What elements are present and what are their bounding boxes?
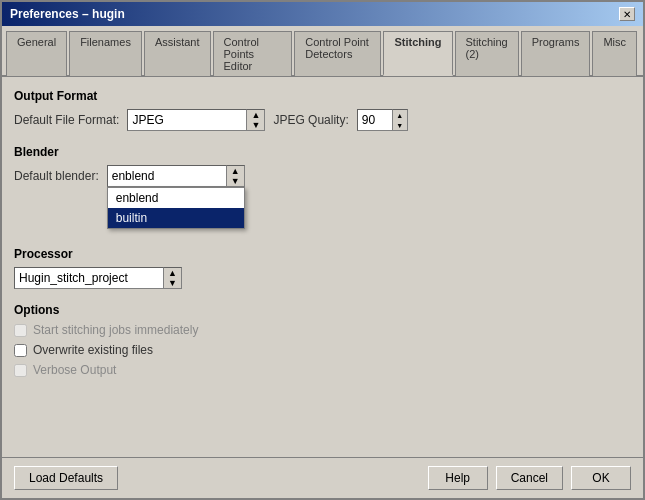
blender-option-builtin[interactable]: builtin — [108, 208, 244, 228]
tab-stitching[interactable]: Stitching — [383, 31, 452, 76]
processor-label: Processor — [14, 247, 631, 261]
tab-general[interactable]: General — [6, 31, 67, 76]
blender-dropdown-arrow[interactable]: ▲▼ — [227, 165, 245, 187]
blender-row: Default blender: enblend ▲▼ enblend buil… — [14, 165, 631, 187]
blender-label: Blender — [14, 145, 631, 159]
tab-content: Output Format Default File Format: JPEG … — [2, 77, 643, 457]
start-immediately-row: Start stitching jobs immediately — [14, 323, 631, 337]
file-format-row: Default File Format: JPEG ▲▼ JPEG Qualit… — [14, 109, 631, 131]
window-title: Preferences – hugin — [10, 7, 125, 21]
tab-assistant[interactable]: Assistant — [144, 31, 211, 76]
processor-value: Hugin_stitch_project — [14, 267, 164, 289]
help-button[interactable]: Help — [428, 466, 488, 490]
blender-combo[interactable]: enblend ▲▼ — [107, 165, 245, 187]
tab-stitching2[interactable]: Stitching (2) — [455, 31, 519, 76]
title-bar: Preferences – hugin ✕ — [2, 2, 643, 26]
overwrite-files-checkbox[interactable] — [14, 344, 27, 357]
processor-combo[interactable]: Hugin_stitch_project ▲▼ — [14, 267, 182, 289]
tab-programs[interactable]: Programs — [521, 31, 591, 76]
blender-option-enblend[interactable]: enblend — [108, 188, 244, 208]
blender-section: Blender Default blender: enblend ▲▼ enbl… — [14, 145, 631, 187]
jpeg-quality-down[interactable]: ▼ — [393, 120, 407, 130]
jpeg-quality-arrows: ▲ ▼ — [392, 109, 408, 131]
output-format-section: Output Format Default File Format: JPEG … — [14, 89, 631, 131]
load-defaults-button[interactable]: Load Defaults — [14, 466, 118, 490]
blender-selected-value: enblend — [107, 165, 227, 187]
file-format-label: Default File Format: — [14, 113, 119, 127]
close-button[interactable]: ✕ — [619, 7, 635, 21]
tab-control-points-editor[interactable]: Control Points Editor — [213, 31, 293, 76]
overwrite-files-label: Overwrite existing files — [33, 343, 153, 357]
start-immediately-checkbox[interactable] — [14, 324, 27, 337]
options-label: Options — [14, 303, 631, 317]
verbose-output-checkbox[interactable] — [14, 364, 27, 377]
cancel-button[interactable]: Cancel — [496, 466, 563, 490]
processor-section: Processor Hugin_stitch_project ▲▼ — [14, 247, 631, 289]
output-format-label: Output Format — [14, 89, 631, 103]
blender-combo-container: enblend ▲▼ enblend builtin — [107, 165, 245, 187]
tab-misc[interactable]: Misc — [592, 31, 637, 76]
start-immediately-label: Start stitching jobs immediately — [33, 323, 198, 337]
jpeg-quality-spinbox[interactable]: ▲ ▼ — [357, 109, 408, 131]
default-blender-label: Default blender: — [14, 169, 99, 183]
file-format-value: JPEG — [127, 109, 247, 131]
blender-dropdown-popup: enblend builtin — [107, 187, 245, 229]
verbose-output-row: Verbose Output — [14, 363, 631, 377]
right-buttons: Help Cancel OK — [428, 466, 631, 490]
tab-filenames[interactable]: Filenames — [69, 31, 142, 76]
bottom-bar: Load Defaults Help Cancel OK — [2, 457, 643, 498]
file-format-dropdown-arrow[interactable]: ▲▼ — [247, 109, 265, 131]
jpeg-quality-up[interactable]: ▲ — [393, 110, 407, 120]
tab-control-point-detectors[interactable]: Control Point Detectors — [294, 31, 381, 76]
processor-row: Hugin_stitch_project ▲▼ — [14, 267, 631, 289]
overwrite-files-row: Overwrite existing files — [14, 343, 631, 357]
file-format-combo[interactable]: JPEG ▲▼ — [127, 109, 265, 131]
verbose-output-label: Verbose Output — [33, 363, 116, 377]
preferences-window: Preferences – hugin ✕ General Filenames … — [0, 0, 645, 500]
jpeg-quality-label: JPEG Quality: — [273, 113, 348, 127]
processor-dropdown-arrow[interactable]: ▲▼ — [164, 267, 182, 289]
jpeg-quality-input[interactable] — [357, 109, 392, 131]
options-section: Options Start stitching jobs immediately… — [14, 303, 631, 377]
tab-bar: General Filenames Assistant Control Poin… — [2, 26, 643, 77]
ok-button[interactable]: OK — [571, 466, 631, 490]
